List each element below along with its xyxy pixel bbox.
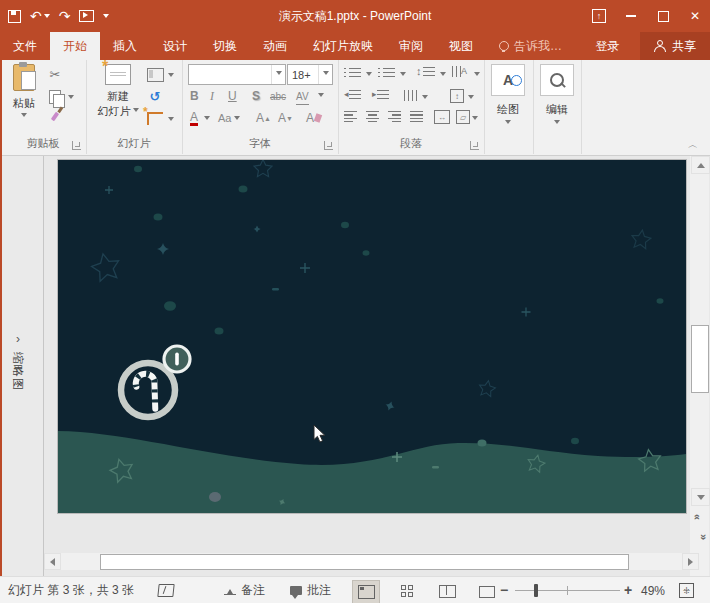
paragraph-dialog-launcher[interactable] [470, 141, 479, 150]
copy-dropdown-icon[interactable] [68, 95, 74, 102]
slideshow-view-button[interactable] [474, 581, 500, 603]
clipboard-dialog-launcher[interactable] [72, 141, 81, 150]
vertical-scroll-thumb[interactable] [691, 325, 709, 393]
close-button[interactable]: ✕ [686, 7, 704, 25]
zoom-in-button[interactable]: + [624, 582, 632, 598]
layout-button[interactable] [146, 68, 164, 82]
font-color-dropdown-icon[interactable] [204, 116, 210, 123]
tab-file[interactable]: 文件 [0, 32, 50, 60]
vertical-scrollbar[interactable]: » » [690, 156, 709, 576]
horizontal-scroll-thumb[interactable] [100, 554, 629, 570]
tab-design[interactable]: 设计 [150, 32, 200, 60]
thumbnail-pane-collapsed[interactable]: › 缩略图 [2, 156, 44, 576]
previous-slide-button[interactable]: » [693, 511, 707, 524]
columns-button[interactable] [404, 90, 417, 101]
text-direction-dropdown-icon[interactable] [474, 72, 480, 79]
numbering-button[interactable] [378, 68, 395, 77]
tab-tell-me[interactable]: 告诉我… [486, 32, 575, 60]
zoom-level[interactable]: 49% [641, 577, 665, 603]
editing-button[interactable]: 编辑 [541, 64, 573, 127]
redo-icon[interactable]: ↷ [59, 9, 71, 23]
font-name-combo[interactable] [188, 64, 286, 85]
save-icon[interactable] [8, 10, 21, 23]
expand-pane-icon[interactable]: › [16, 332, 20, 346]
character-spacing-button[interactable]: AV [296, 88, 309, 105]
slide-number-indicator[interactable]: 幻灯片 第 3 张，共 3 张 [8, 577, 134, 603]
align-left-button[interactable] [344, 111, 357, 122]
columns-dropdown-icon[interactable] [422, 95, 428, 102]
fit-slide-button[interactable]: ⁜ [679, 577, 694, 603]
reading-view-button[interactable] [434, 581, 460, 603]
shrink-font-button[interactable]: A▼ [278, 110, 293, 126]
change-case-button[interactable]: Aa [218, 110, 231, 126]
collapse-ribbon-icon[interactable]: ︿ [688, 138, 698, 152]
tab-home[interactable]: 开始 [50, 32, 100, 60]
tab-review[interactable]: 审阅 [386, 32, 436, 60]
copy-button[interactable] [46, 90, 64, 104]
new-slide-button[interactable]: * 新建 幻灯片 [94, 64, 142, 119]
strikethrough-button[interactable]: abc [270, 88, 286, 104]
change-case-dropdown-icon[interactable] [234, 116, 240, 123]
scroll-down-button[interactable] [691, 488, 710, 506]
align-text-button[interactable]: ↕ [450, 89, 464, 103]
zoom-out-button[interactable]: − [500, 582, 508, 598]
share-button[interactable]: 共享 [640, 32, 710, 60]
cut-button[interactable]: ✂ [46, 68, 64, 81]
reset-button[interactable]: ↺ [146, 90, 164, 103]
normal-view-button[interactable] [352, 580, 380, 603]
line-spacing-button[interactable]: ↕ [416, 66, 435, 77]
smartart-dropdown-icon[interactable] [472, 116, 478, 123]
paste-button[interactable]: 粘贴 [8, 64, 40, 120]
justify-button[interactable] [410, 111, 423, 122]
zoom-slider-thumb[interactable] [534, 584, 538, 597]
layout-dropdown-icon[interactable] [168, 73, 174, 80]
notes-button[interactable]: 备注 [224, 577, 265, 603]
tab-view[interactable]: 视图 [436, 32, 486, 60]
slide-canvas[interactable] [58, 160, 686, 513]
undo-icon[interactable]: ↶ [30, 9, 42, 23]
align-right-button[interactable] [388, 111, 401, 122]
horizontal-scrollbar[interactable] [44, 553, 698, 570]
bullets-button[interactable] [344, 68, 361, 77]
align-text-dropdown-icon[interactable] [468, 95, 474, 102]
distribute-columns-button[interactable]: ↔ [434, 110, 450, 124]
ribbon-display-options-button[interactable]: ↑ [590, 7, 608, 25]
grow-font-button[interactable]: A▲ [256, 110, 271, 126]
spacing-dropdown-icon[interactable] [318, 93, 324, 100]
bullets-dropdown-icon[interactable] [366, 72, 372, 79]
scroll-left-button[interactable] [44, 553, 61, 570]
format-painter-button[interactable] [46, 112, 64, 121]
undo-dropdown-icon[interactable] [44, 14, 50, 21]
proofing-button[interactable] [158, 577, 174, 603]
ornament-badge[interactable] [164, 346, 190, 372]
numbering-dropdown-icon[interactable] [400, 72, 406, 79]
section-button[interactable] [146, 112, 164, 125]
scroll-up-button[interactable] [691, 156, 710, 174]
sign-in-button[interactable]: 登录 [588, 38, 628, 55]
smartart-button[interactable]: ▱ [456, 110, 470, 124]
font-color-button[interactable]: A [190, 110, 198, 126]
tab-transitions[interactable]: 切换 [200, 32, 250, 60]
text-direction-button[interactable]: A [452, 66, 467, 77]
clear-formatting-button[interactable]: A [306, 110, 321, 126]
maximize-button[interactable] [654, 7, 672, 25]
start-slideshow-icon[interactable] [79, 10, 94, 22]
align-center-button[interactable] [366, 111, 379, 122]
decrease-indent-button[interactable]: ◂ [344, 90, 361, 99]
slide-sorter-button[interactable] [394, 581, 420, 603]
bold-button[interactable]: B [190, 88, 199, 104]
next-slide-button[interactable]: » [693, 531, 707, 544]
italic-button[interactable]: I [210, 88, 214, 104]
undo-button[interactable]: ↶ [30, 9, 50, 23]
customize-qat-icon[interactable] [103, 14, 109, 21]
line-spacing-dropdown-icon[interactable] [440, 72, 446, 79]
font-dialog-launcher[interactable] [324, 141, 333, 150]
font-size-combo[interactable]: 18+ [287, 64, 333, 85]
increase-indent-button[interactable]: ▸ [372, 90, 389, 99]
scroll-right-button[interactable] [682, 553, 699, 570]
minimize-button[interactable] [622, 7, 640, 25]
tab-slideshow[interactable]: 幻灯片放映 [300, 32, 386, 60]
text-shadow-button[interactable]: S [252, 88, 260, 104]
underline-button[interactable]: U [228, 88, 237, 104]
comments-button[interactable]: 批注 [290, 577, 331, 603]
